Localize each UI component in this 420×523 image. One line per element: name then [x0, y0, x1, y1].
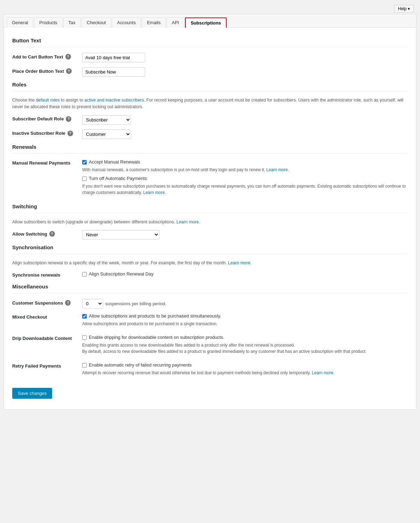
add-to-cart-input[interactable]: [82, 53, 145, 62]
tab-tax[interactable]: Tax: [63, 18, 81, 28]
sync-renewals-label: Align Subscription Renewal Day: [89, 271, 154, 277]
tab-api[interactable]: API: [166, 18, 184, 28]
subscriber-default-role-label: Subscriber Default Role ?: [12, 115, 82, 122]
mixed-checkout-label: Mixed Checkout: [12, 313, 82, 320]
mixed-checkout-checkbox-label: Allow subscriptions and products to be p…: [89, 313, 221, 319]
subscriber-default-role-field: Subscriber Customer Administrator: [82, 115, 408, 125]
mixed-checkout-desc: Allow subscriptions and products to be p…: [82, 321, 408, 327]
switching-title: Switching: [12, 203, 408, 209]
allow-switching-help-icon[interactable]: ?: [49, 231, 55, 237]
turn-off-row: Turn off Automatic Payments: [82, 176, 408, 181]
retry-failed-checkbox-row: Enable automatic retry of failed recurri…: [82, 362, 408, 368]
turn-off-desc: If you don't want new subscription purch…: [82, 183, 408, 196]
place-order-input[interactable]: [82, 67, 145, 77]
place-order-help-icon[interactable]: ?: [66, 68, 72, 74]
customer-suspensions-field: 0 1 2 3 suspensions per billing period.: [82, 299, 408, 308]
turn-off-learn-more[interactable]: Learn more: [143, 190, 165, 195]
drip-content-desc: Enabling this grants access to new downl…: [82, 342, 408, 355]
mixed-checkout-field: Allow subscriptions and products to be p…: [82, 313, 408, 330]
mixed-checkout-checkbox-row: Allow subscriptions and products to be p…: [82, 313, 408, 319]
inactive-subscriber-help-icon[interactable]: ?: [67, 131, 73, 136]
tab-general[interactable]: General: [7, 18, 33, 28]
manual-renewal-label: Manual Renewal Payments: [12, 159, 82, 166]
accept-manual-checkbox[interactable]: [82, 160, 87, 165]
customer-suspensions-help-icon[interactable]: ?: [65, 300, 71, 306]
save-changes-button[interactable]: Save changes: [12, 388, 52, 399]
tab-subscriptions[interactable]: Subscriptions: [185, 18, 227, 28]
inactive-subscriber-role-row: Inactive Subscriber Role ? Customer Subs…: [12, 130, 408, 139]
retry-failed-desc: Attempt to recover recurring revenue tha…: [82, 370, 408, 376]
customer-suspensions-label: Customer Suspensions ?: [12, 299, 82, 306]
sync-checkbox-row: Align Subscription Renewal Day: [82, 271, 408, 277]
synchronisation-section: Synchronisation Align subscription renew…: [12, 244, 408, 279]
add-to-cart-help-icon[interactable]: ?: [65, 54, 71, 60]
tabs-bar: General Products Tax Checkout Accounts E…: [4, 14, 416, 28]
inactive-subscriber-role-field: Customer Subscriber Administrator: [82, 130, 408, 139]
accept-manual-learn-more[interactable]: Learn more: [266, 167, 288, 172]
inactive-subscriber-role-label: Inactive Subscriber Role ?: [12, 130, 82, 136]
manual-renewal-row: Manual Renewal Payments Accept Manual Re…: [12, 159, 408, 198]
tab-content: Button Text Add to Cart Button Text ? Pl…: [4, 28, 416, 409]
miscellaneous-section: Miscellaneous Customer Suspensions ? 0 1: [12, 284, 408, 379]
suspensions-suffix: suspensions per billing period.: [105, 301, 166, 306]
turn-off-checkbox[interactable]: [82, 176, 87, 181]
drip-content-checkbox[interactable]: [82, 335, 87, 340]
retry-failed-label: Retry Failed Payments: [12, 362, 82, 369]
accept-manual-label: Accept Manual Renewals: [89, 159, 140, 165]
synchronise-renewals-label: Synchronise renewals: [12, 271, 82, 278]
tab-accounts[interactable]: Accounts: [112, 18, 141, 28]
button-text-section: Button Text Add to Cart Button Text ? Pl…: [12, 37, 408, 77]
synchronisation-learn-more[interactable]: Learn more: [228, 260, 250, 265]
subscriber-default-help-icon[interactable]: ?: [66, 116, 71, 122]
synchronisation-title: Synchronisation: [12, 244, 408, 250]
renewals-section: Renewals Manual Renewal Payments Accept …: [12, 144, 408, 198]
help-button[interactable]: Help ▾: [394, 5, 414, 13]
button-text-title: Button Text: [12, 37, 408, 43]
switching-description: Allow subscribers to switch (upgrade or …: [12, 219, 408, 225]
retry-failed-checkbox[interactable]: [82, 363, 87, 368]
synchronise-renewals-row: Synchronise renewals Align Subscription …: [12, 271, 408, 279]
synchronise-renewals-field: Align Subscription Renewal Day: [82, 271, 408, 279]
add-to-cart-row: Add to Cart Button Text ?: [12, 53, 408, 62]
tab-products[interactable]: Products: [34, 18, 62, 28]
place-order-row: Place Order Button Text ?: [12, 67, 408, 77]
drip-content-row: Drip Downloadable Content Enable drippin…: [12, 335, 408, 357]
switching-learn-more[interactable]: Learn more: [176, 219, 199, 224]
retry-failed-learn-more[interactable]: Learn more: [312, 370, 333, 375]
synchronisation-description: Align subscription renewal to a specific…: [12, 260, 408, 266]
drip-content-checkbox-label: Enable dripping for downloadable content…: [89, 335, 224, 340]
customer-suspensions-select[interactable]: 0 1 2 3: [82, 299, 103, 308]
mixed-checkout-checkbox[interactable]: [82, 314, 87, 319]
roles-title: Roles: [12, 82, 408, 88]
subscriber-default-role-row: Subscriber Default Role ? Subscriber Cus…: [12, 115, 408, 125]
allow-switching-select[interactable]: Never Between Subscription Products Betw…: [82, 230, 159, 239]
switching-section: Switching Allow subscribers to switch (u…: [12, 203, 408, 240]
drip-content-field: Enable dripping for downloadable content…: [82, 335, 408, 357]
add-to-cart-field: [82, 53, 408, 62]
add-to-cart-label: Add to Cart Button Text ?: [12, 53, 82, 60]
tab-checkout[interactable]: Checkout: [81, 18, 111, 28]
accept-manual-desc: With manual renewals, a customer's subsc…: [82, 167, 408, 173]
main-card: General Products Tax Checkout Accounts E…: [3, 14, 417, 410]
place-order-field: [82, 67, 408, 77]
subscriber-default-role-select[interactable]: Subscriber Customer Administrator: [82, 115, 131, 125]
place-order-label: Place Order Button Text ?: [12, 67, 82, 74]
drip-content-label: Drip Downloadable Content: [12, 335, 82, 341]
inactive-subscriber-role-select[interactable]: Customer Subscriber Administrator: [82, 130, 131, 139]
turn-off-label: Turn off Automatic Payments: [89, 176, 147, 181]
customer-suspensions-select-row: 0 1 2 3 suspensions per billing period.: [82, 299, 408, 308]
help-label: Help ▾: [398, 6, 410, 11]
help-bar: Help ▾: [3, 4, 417, 14]
customer-suspensions-row: Customer Suspensions ? 0 1 2 3 suspensio…: [12, 299, 408, 308]
save-button-wrapper: Save changes: [12, 384, 408, 402]
page-wrapper: Help ▾ General Products Tax Checkout Acc…: [0, 0, 420, 523]
accept-manual-row: Accept Manual Renewals: [82, 159, 408, 165]
tabs-wrapper: General Products Tax Checkout Accounts E…: [4, 14, 416, 28]
tab-emails[interactable]: Emails: [142, 18, 166, 28]
allow-switching-row: Allow Switching ? Never Between Subscrip…: [12, 230, 408, 239]
retry-failed-field: Enable automatic retry of failed recurri…: [82, 362, 408, 379]
sync-renewals-checkbox[interactable]: [82, 272, 87, 277]
allow-switching-field: Never Between Subscription Products Betw…: [82, 230, 408, 239]
retry-failed-checkbox-label: Enable automatic retry of failed recurri…: [89, 362, 192, 368]
allow-switching-label: Allow Switching ?: [12, 230, 82, 237]
